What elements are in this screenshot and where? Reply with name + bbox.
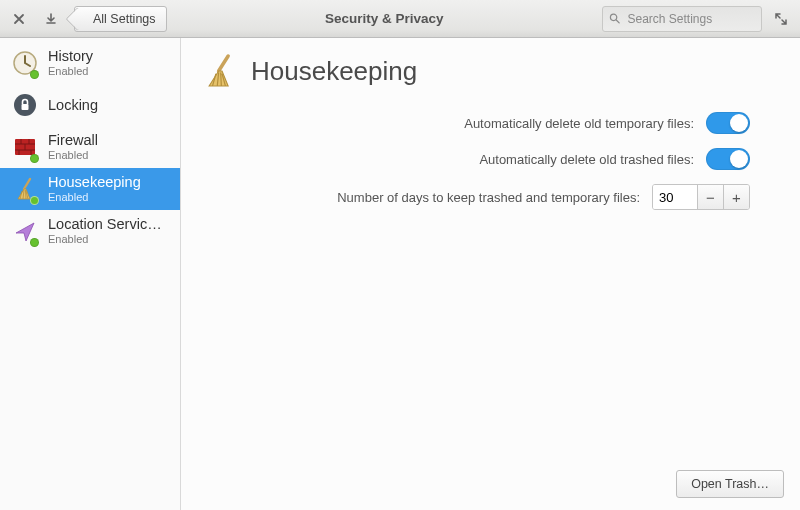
sidebar: History Enabled Locking Firewall Enabled (0, 38, 181, 510)
sidebar-item-label: Firewall (48, 132, 98, 149)
label-temp-files: Automatically delete old temporary files… (464, 116, 694, 131)
sidebar-item-housekeeping[interactable]: Housekeeping Enabled (0, 168, 180, 210)
label-trash-files: Automatically delete old trashed files: (479, 152, 694, 167)
open-trash-button[interactable]: Open Trash… (676, 470, 784, 498)
sidebar-item-status: Enabled (48, 65, 93, 78)
sidebar-item-label: History (48, 48, 93, 65)
sidebar-item-label: Locking (48, 97, 98, 114)
sidebar-item-locking[interactable]: Locking (0, 84, 180, 126)
label-days: Number of days to keep trashed and tempo… (337, 190, 640, 205)
download-icon (44, 12, 58, 26)
search-input[interactable] (625, 11, 755, 27)
days-decrement[interactable]: − (697, 185, 723, 209)
maximize-icon (774, 12, 788, 26)
status-dot (30, 238, 39, 247)
sidebar-item-status: Enabled (48, 233, 162, 246)
window-header: All Settings Security & Privacy (0, 0, 800, 38)
main-panel: Housekeeping Automatically delete old te… (181, 38, 800, 510)
row-temp-files: Automatically delete old temporary files… (464, 112, 750, 134)
download-button[interactable] (38, 6, 64, 32)
sidebar-item-label: Housekeeping (48, 174, 141, 191)
sidebar-item-firewall[interactable]: Firewall Enabled (0, 126, 180, 168)
sidebar-item-status: Enabled (48, 191, 141, 204)
broom-icon (201, 52, 239, 90)
window-title: Security & Privacy (173, 11, 596, 26)
maximize-button[interactable] (768, 6, 794, 32)
search-icon (609, 12, 620, 25)
row-trash-files: Automatically delete old trashed files: (479, 148, 750, 170)
close-button[interactable] (6, 6, 32, 32)
toggle-temp-files[interactable] (706, 112, 750, 134)
row-days: Number of days to keep trashed and tempo… (337, 184, 750, 210)
lock-icon (10, 90, 40, 120)
days-increment[interactable]: + (723, 185, 749, 209)
status-dot (30, 70, 39, 79)
back-all-settings[interactable]: All Settings (74, 6, 167, 32)
days-input[interactable] (653, 185, 697, 209)
settings-rows: Automatically delete old temporary files… (201, 112, 780, 210)
days-spinner: − + (652, 184, 750, 210)
status-dot (30, 154, 39, 163)
status-dot (30, 196, 39, 205)
page-title: Housekeeping (251, 56, 417, 87)
back-label: All Settings (93, 12, 156, 26)
search-field[interactable] (602, 6, 762, 32)
toggle-trash-files[interactable] (706, 148, 750, 170)
svg-rect-3 (22, 104, 29, 110)
body: History Enabled Locking Firewall Enabled (0, 38, 800, 510)
close-icon (13, 13, 25, 25)
footer: Open Trash… (676, 470, 784, 498)
sidebar-item-location[interactable]: Location Servic… Enabled (0, 210, 180, 252)
sidebar-item-status: Enabled (48, 149, 98, 162)
sidebar-item-history[interactable]: History Enabled (0, 42, 180, 84)
sidebar-item-label: Location Servic… (48, 216, 162, 233)
page-header: Housekeeping (201, 52, 780, 90)
